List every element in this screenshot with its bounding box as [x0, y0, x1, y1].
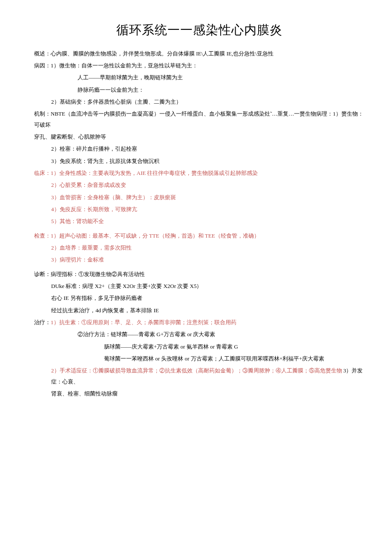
text-line: 2）手术适应征：①瓣膜破损导致血流异常；②抗生素低效（高耐药如金葡）；③瓣周脓肿…	[34, 365, 365, 387]
text-line: 5）其他：肾功能不全	[34, 216, 365, 227]
text-line: 临床：1）全身性感染：主要表现为发热，AIE 往往伴中毒症状，赘生物脱落或引起肺…	[34, 168, 365, 178]
text-line: 治疗：1）抗生素：①应用原则：早、足、久；杀菌而非抑菌；注意剂策；联合用药	[34, 317, 365, 328]
text-line: 静脉药瘾一一以金前为主：	[34, 84, 365, 95]
text-line: 肠球菌——庆大霉素+万古霉素 or 氨羊西林 or 青霉素 G	[34, 341, 365, 352]
text-line: 概述：心内膜、瓣膜的微生物感染，并伴赘生物形成。分自体爆膜 IE\人工瓣膜 IE…	[34, 48, 365, 59]
text-line: 肾衰、栓塞、细菌性动脉瘤	[34, 388, 365, 399]
text-line: 诊断：病理指标：①发现微生物②具有活动性	[34, 269, 365, 279]
text-line: DUke 标准：病理 X2+（主要 X2Or 主要+次要 X2Or 次要 X5）	[34, 281, 365, 291]
text-line: 2）心脏受累：杂音形成或改变	[34, 180, 365, 190]
text-line: 4）免疫反应：长期所致，可致脾亢	[34, 204, 365, 215]
text-span: 治疗：	[34, 319, 51, 325]
text-line: 病因：1）微生物：自体一一急性以金前为主，亚急性以草链为主：	[34, 60, 365, 71]
text-line: 检查：1）超声心动图：最基本、不可或缺，分 TTE（经胸，首选）和 TEE（经食…	[34, 230, 365, 241]
document-title: 循环系统一一感染性心内膜炎	[34, 18, 365, 42]
text-line: 2）血培养：最重要，需多次阳性	[34, 242, 365, 253]
text-line: ②治疗方法：链球菌——青霉素 G+万古霉素 or 庆大霉素	[34, 329, 365, 340]
text-line: 2）栓塞：碎片血行播种，引起栓塞	[34, 143, 365, 154]
text-line: 3）血管损害：全身栓塞（脑、脾为主）：皮肤瘀斑	[34, 192, 365, 203]
text-span: 1）抗生素：①应用原则：早、足、久；杀菌而非抑菌；注意剂策；联合用药	[51, 319, 236, 325]
text-line: 穿孔、腱索断裂、心肌脓肿等	[34, 131, 365, 142]
text-line: 葡球菌一一苯唑西林 or 头孜哩林 or 万古霉素；人工瓣膜可联用苯喋西林+利福…	[34, 353, 365, 364]
text-line: 经过抗生素治疗，4d 内恢复者，基本排除 IE	[34, 305, 365, 316]
text-line: 右心 IE 另有指标，多见于静脉药瘾者	[34, 293, 365, 303]
text-span: 2）手术适应征：①瓣膜破损导致血流异常；②抗生素低效（高耐药如金葡）；③瓣周脓肿…	[51, 367, 342, 374]
text-line: 人工——早期前球菌为主，晚期链球菌为主	[34, 72, 365, 83]
text-line: 3）病理切片：金标准	[34, 254, 365, 265]
text-line: 2）基础病变：多伴器质性心脏病（主瓣、二瓣为主）	[34, 96, 365, 107]
text-line: 机制：NBTE（血流冲击等一内膜损伤一血凝高凝）一侵入一纤维蛋白、血小板聚集一形…	[34, 108, 365, 130]
text-line: 3）免疫系统：肾为主，抗原抗体复合物沉积	[34, 156, 365, 166]
